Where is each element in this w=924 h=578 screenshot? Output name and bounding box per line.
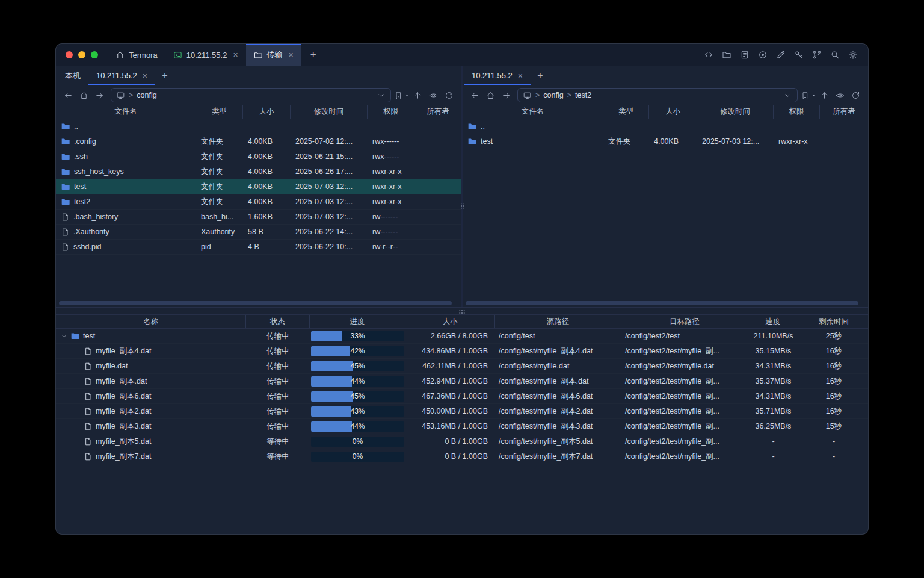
back-button[interactable] — [61, 89, 75, 102]
log-button[interactable] — [739, 49, 751, 61]
column-header[interactable]: 类型 — [603, 105, 649, 119]
add-panel-tab-button[interactable]: + — [158, 69, 172, 83]
home-button[interactable] — [77, 89, 91, 102]
transfer-row[interactable]: myfile_副本6.dat 传输中 45% 467.36MB / 1.00GB… — [56, 389, 868, 404]
path-breadcrumb[interactable]: > config > test2 — [517, 88, 798, 102]
app-tab[interactable]: 10.211.55.2 × — [165, 44, 246, 66]
add-panel-tab-button[interactable]: + — [533, 69, 547, 83]
column-header[interactable]: 所有者 — [820, 105, 868, 119]
column-header[interactable]: 修改时间 — [291, 105, 368, 119]
key-button[interactable] — [793, 49, 805, 61]
file-size — [243, 119, 291, 134]
show-hidden-files-button[interactable] — [427, 89, 440, 102]
transfer-row[interactable]: myfile_副本4.dat 传输中 42% 434.86MB / 1.00GB… — [56, 344, 868, 359]
transfer-row[interactable]: myfile_副本5.dat 等待中 0% 0 B / 1.00GB /conf… — [56, 434, 868, 449]
app-tab[interactable]: 传输 × — [246, 44, 301, 66]
scrollbar-thumb[interactable] — [59, 301, 452, 305]
column-header[interactable]: 所有者 — [414, 105, 461, 119]
column-header[interactable]: 文件名 — [56, 105, 196, 119]
refresh-button[interactable] — [849, 89, 863, 102]
breadcrumb-segment[interactable]: > config — [535, 91, 564, 99]
file-row[interactable]: test 文件夹 4.00KB 2025-07-03 12:... rwxr-x… — [463, 134, 868, 149]
column-header[interactable]: 文件名 — [463, 105, 603, 119]
panel-tab[interactable]: 10.211.55.2 × — [464, 66, 531, 85]
file-row[interactable]: sshd.pid pid 4 B 2025-06-22 10:... rw-r-… — [56, 240, 461, 255]
scrollbar-thumb[interactable] — [466, 301, 858, 305]
app-tab[interactable]: Termora × — [108, 44, 165, 66]
column-header[interactable]: 权限 — [774, 105, 820, 119]
file-row[interactable]: test2 文件夹 4.00KB 2025-07-03 12:... rwxr-… — [56, 194, 461, 210]
transfer-row[interactable]: test 传输中 33% 2.66GB / 8.00GB /config/tes… — [56, 329, 868, 344]
minimize-window-button[interactable] — [78, 51, 85, 58]
breadcrumb-segment[interactable]: > test2 — [567, 91, 591, 99]
file-row[interactable]: .bash_history bash_hi... 1.60KB 2025-07-… — [56, 210, 461, 225]
new-tab-button[interactable]: + — [306, 48, 321, 62]
folder-icon — [722, 50, 732, 60]
home-button[interactable] — [484, 89, 497, 102]
file-owner — [414, 134, 461, 149]
chevron-down-icon[interactable] — [783, 91, 792, 100]
file-row[interactable]: test 文件夹 4.00KB 2025-07-03 12:... rwxr-x… — [56, 179, 461, 194]
close-window-button[interactable] — [66, 51, 73, 58]
right-panel-tab-bar: 10.211.55.2 × + — [463, 66, 868, 85]
zoom-window-button[interactable] — [91, 51, 98, 58]
column-header[interactable]: 进度 — [310, 315, 405, 328]
code-button[interactable] — [703, 49, 715, 61]
back-button[interactable] — [468, 89, 482, 102]
show-hidden-files-button[interactable] — [833, 89, 847, 102]
transfer-row[interactable]: myfile_副本3.dat 传输中 44% 453.16MB / 1.00GB… — [56, 419, 868, 434]
folder-button[interactable] — [721, 49, 733, 61]
close-tab-icon[interactable]: × — [233, 51, 238, 59]
column-header[interactable]: 权限 — [368, 105, 414, 119]
expand-chevron-icon[interactable] — [61, 333, 67, 340]
column-header[interactable]: 类型 — [196, 105, 243, 119]
column-header[interactable]: 状态 — [246, 315, 310, 328]
column-header[interactable]: 速度 — [748, 315, 798, 328]
transfer-row[interactable]: myfile.dat 传输中 45% 462.11MB / 1.00GB /co… — [56, 359, 868, 374]
file-row[interactable]: .config 文件夹 4.00KB 2025-07-02 12:... rwx… — [56, 134, 461, 149]
close-tab-icon[interactable]: × — [518, 72, 523, 80]
file-icon — [61, 228, 70, 237]
settings-button[interactable] — [847, 49, 859, 61]
bookmark-button[interactable] — [802, 89, 816, 102]
column-header[interactable]: 剩余时间 — [798, 315, 869, 328]
parent-directory-button[interactable] — [411, 89, 425, 102]
forward-button[interactable] — [93, 89, 106, 102]
column-header[interactable]: 目标路径 — [621, 315, 748, 328]
file-row[interactable]: ssh_host_keys 文件夹 4.00KB 2025-06-26 17:.… — [56, 164, 461, 179]
transfer-remaining-time: 16秒 — [798, 359, 869, 373]
transfer-row[interactable]: myfile_副本2.dat 传输中 43% 450.00MB / 1.00GB… — [56, 404, 868, 419]
transfer-row[interactable]: myfile_副本.dat 传输中 44% 452.94MB / 1.00GB … — [56, 374, 868, 389]
bookmark-button[interactable] — [395, 89, 409, 102]
column-header[interactable]: 大小 — [243, 105, 291, 119]
refresh-button[interactable] — [442, 89, 456, 102]
transfer-splitter[interactable] — [56, 307, 868, 314]
panel-tab[interactable]: 10.211.55.2 × — [88, 66, 155, 85]
column-header[interactable]: 大小 — [405, 315, 495, 328]
branch-button[interactable] — [811, 49, 823, 61]
parent-directory-button[interactable] — [818, 89, 831, 102]
record-button[interactable] — [757, 49, 769, 61]
forward-button[interactable] — [499, 89, 513, 102]
file-row[interactable]: .. — [463, 119, 868, 134]
edit-button[interactable] — [775, 49, 787, 61]
panel-tab[interactable]: 本机 × — [57, 66, 88, 85]
path-breadcrumb[interactable]: > config — [111, 88, 391, 102]
breadcrumb-segment[interactable]: > config — [129, 91, 157, 99]
transfer-row[interactable]: myfile_副本7.dat 等待中 0% 0 B / 1.00GB /conf… — [56, 449, 868, 464]
column-header[interactable]: 大小 — [649, 105, 697, 119]
chevron-down-icon[interactable] — [377, 91, 386, 100]
transfer-status: 传输中 — [246, 404, 310, 418]
column-header[interactable]: 名称 — [56, 315, 246, 328]
search-button[interactable] — [829, 49, 841, 61]
column-header[interactable]: 修改时间 — [697, 105, 774, 119]
file-type: 文件夹 — [603, 134, 649, 149]
file-row[interactable]: .ssh 文件夹 4.00KB 2025-06-21 15:... rwx---… — [56, 149, 461, 164]
close-tab-icon[interactable]: × — [143, 72, 147, 80]
file-owner — [414, 179, 461, 194]
file-row[interactable]: .. — [56, 119, 461, 134]
splitter-grip-icon[interactable] — [457, 307, 467, 317]
column-header[interactable]: 源路径 — [495, 315, 621, 328]
file-row[interactable]: .Xauthority Xauthority 58 B 2025-06-22 1… — [56, 225, 461, 240]
close-tab-icon[interactable]: × — [289, 51, 294, 59]
